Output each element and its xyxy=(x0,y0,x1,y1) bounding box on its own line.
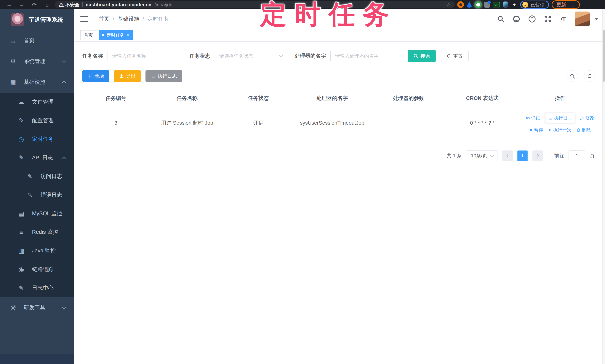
vertical-scrollbar[interactable] xyxy=(602,9,605,364)
eye-icon: ◉ xyxy=(17,266,26,273)
handler-name-input[interactable] xyxy=(330,50,399,62)
sidebar-item-file-management[interactable]: ☁ 文件管理 xyxy=(0,93,74,111)
browser-home-button[interactable]: ⌂ xyxy=(42,1,52,8)
list-icon xyxy=(548,116,552,120)
cloud-icon: ☁ xyxy=(17,98,26,106)
search-icon[interactable] xyxy=(497,15,505,23)
pagination-total: 共 1 条 xyxy=(447,153,462,159)
extension-icon-green[interactable] xyxy=(475,1,481,8)
browser-reload-button[interactable]: ⟳ xyxy=(29,1,39,8)
edit-icon: ✎ xyxy=(17,284,26,292)
sidebar-item-redis-monitor[interactable]: ≡ Redis 监控 xyxy=(0,223,74,241)
export-button[interactable]: 导出 xyxy=(114,70,141,82)
help-question-icon[interactable] xyxy=(528,15,536,23)
browser-forward-button[interactable]: → xyxy=(17,1,27,8)
app-window: 芋道管理系统 ⌂ 首页 ⚙ 系统管理 ▦ 基础设施 ☁ 文件管理 xyxy=(0,9,605,364)
delete-link[interactable]: 删除 xyxy=(576,127,591,133)
browser-back-button[interactable]: ← xyxy=(4,1,14,8)
tab-scheduled-jobs[interactable]: 定时任务 × xyxy=(99,30,133,40)
eye-icon xyxy=(526,116,530,120)
col-header-job-id: 任务编号 xyxy=(82,89,150,107)
browser-menu-dots-icon[interactable]: ⋮ xyxy=(569,1,575,8)
breadcrumb-infrastructure[interactable]: 基础设施 xyxy=(118,15,139,23)
extensions-puzzle-icon[interactable]: ✦ xyxy=(511,1,518,8)
sidebar-item-infrastructure[interactable]: ▦ 基础设施 xyxy=(0,72,74,93)
detail-link[interactable]: 详细 xyxy=(526,115,540,121)
prev-page-button[interactable] xyxy=(502,150,513,161)
text-size-icon[interactable]: ttTT xyxy=(559,15,567,23)
security-chip[interactable]: 不安全 xyxy=(59,2,79,8)
app-title: 芋道管理系统 xyxy=(29,16,63,24)
goto-page-input[interactable] xyxy=(568,150,585,161)
user-avatar[interactable] xyxy=(575,12,590,26)
scrollbar-thumb[interactable] xyxy=(603,30,605,82)
breadcrumb-separator: / xyxy=(143,16,144,22)
chrome-update-button[interactable]: 更新 ⋮ xyxy=(552,0,580,9)
user-menu-caret-icon[interactable] xyxy=(595,18,598,20)
jobs-table: 任务编号 任务名称 任务状态 处理器的名字 处理器的参数 CRON 表达式 操作… xyxy=(82,89,600,139)
extension-icon-on-badge[interactable]: on xyxy=(493,2,500,7)
sidebar-item-api-log[interactable]: ✎ API 日志 xyxy=(0,148,74,167)
sidebar-submenu-infrastructure: ☁ 文件管理 ✎ 配置管理 ◷ 定时任务 ✎ API 日志 ✎ xyxy=(0,93,74,297)
extension-icon-orange[interactable] xyxy=(457,1,464,8)
task-name-input[interactable] xyxy=(107,50,179,62)
edit-icon: ✎ xyxy=(17,117,26,124)
monitor-icon: ▥ xyxy=(17,247,26,254)
fullscreen-icon[interactable] xyxy=(544,15,552,23)
profile-paused-chip[interactable]: 已暂停 xyxy=(520,0,549,9)
sidebar-item-dev-tools[interactable]: ⚒ 研发工具 xyxy=(0,297,74,318)
reset-button[interactable]: 重置 xyxy=(441,50,469,62)
chevron-down-icon xyxy=(490,154,494,157)
refresh-table-button[interactable] xyxy=(584,70,595,82)
sidebar-item-error-log[interactable]: ✎ 错误日志 xyxy=(0,186,74,204)
sidebar-item-java-monitor[interactable]: ▥ Java 监控 xyxy=(0,241,74,260)
add-button[interactable]: 新增 xyxy=(82,70,109,82)
edit-link[interactable]: 修改 xyxy=(580,115,594,121)
breadcrumb-current: 定时任务 xyxy=(147,15,169,23)
cell-job-name: 用户 Session 超时 Job xyxy=(150,107,225,139)
sidebar-item-scheduled-jobs[interactable]: ◷ 定时任务 xyxy=(0,130,74,148)
extension-icon-blue[interactable] xyxy=(467,1,472,8)
page-size-select[interactable]: 10条/页 xyxy=(466,150,498,161)
sidebar-item-system-management[interactable]: ⚙ 系统管理 xyxy=(0,51,74,72)
sidebar-item-config-management[interactable]: ✎ 配置管理 xyxy=(0,111,74,130)
bookmark-star-icon[interactable]: ☆ xyxy=(446,2,451,8)
github-icon[interactable] xyxy=(512,15,521,23)
next-page-button[interactable] xyxy=(532,150,543,161)
trash-icon xyxy=(576,128,580,132)
col-header-job-name: 任务名称 xyxy=(150,89,225,107)
extension-icon-bug[interactable] xyxy=(503,1,508,8)
sidebar-logo[interactable]: 芋道管理系统 xyxy=(0,9,74,30)
sidebar-item-mysql-monitor[interactable]: ▤ MySQL 监控 xyxy=(0,204,74,223)
sidebar-toggle-hamburger-icon[interactable] xyxy=(80,16,88,22)
toolbar-right-controls xyxy=(567,70,595,82)
task-name-label: 任务名称 xyxy=(82,52,103,60)
tab-close-icon[interactable]: × xyxy=(127,33,129,37)
x-icon xyxy=(529,128,533,132)
pagination: 共 1 条 10条/页 1 前往 页 xyxy=(82,150,595,161)
job-log-link[interactable]: 执行日志 xyxy=(545,113,575,123)
task-status-select[interactable]: 请选择任务状态 xyxy=(215,50,286,62)
run-once-link[interactable]: 执行一次 xyxy=(548,127,572,133)
edit-icon: ✎ xyxy=(17,154,26,161)
sidebar-item-log-center[interactable]: ✎ 日志中心 xyxy=(0,279,74,297)
search-button[interactable]: 搜索 xyxy=(408,50,436,62)
current-page-button[interactable]: 1 xyxy=(517,150,528,161)
database-icon: ▤ xyxy=(17,210,26,217)
toggle-search-button[interactable] xyxy=(567,70,578,82)
extension-icon-grid[interactable] xyxy=(484,2,490,8)
pause-link[interactable]: 暂停 xyxy=(529,127,543,133)
cell-job-status: 开启 xyxy=(225,107,292,139)
active-tab-dot xyxy=(102,34,104,36)
logo-avatar-image xyxy=(11,13,24,26)
execution-log-button[interactable]: 执行日志 xyxy=(145,70,182,82)
sidebar-item-home[interactable]: ⌂ 首页 xyxy=(0,30,74,51)
sidebar-item-tracing[interactable]: ◉ 链路追踪 xyxy=(0,260,74,279)
sidebar-item-access-log[interactable]: ✎ 访问日志 xyxy=(0,167,74,186)
tab-home[interactable]: 首页 xyxy=(80,30,96,40)
screen: ← → ⟳ ⌂ 不安全 dashboard.yudao.iocoder.cn /… xyxy=(0,0,605,364)
play-icon xyxy=(548,128,552,132)
breadcrumb-home[interactable]: 首页 xyxy=(99,15,109,23)
breadcrumb-separator: / xyxy=(113,16,114,22)
warning-icon xyxy=(59,2,64,7)
